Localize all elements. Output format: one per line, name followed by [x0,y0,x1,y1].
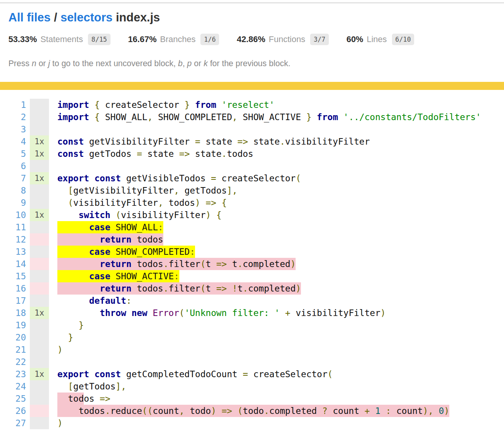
metric-label: Functions [269,34,305,44]
line-number[interactable]: 14 [0,258,30,270]
line-number[interactable]: 7 [0,172,30,184]
execution-count [30,221,49,233]
coverage-status-bar [0,82,504,90]
code-text: case SHOW_COMPLETED: [49,246,504,258]
code-line: 24 [getTodos], [0,380,504,393]
execution-count: 1x [30,135,49,148]
execution-count [30,319,49,331]
breadcrumb-link-all-files[interactable]: All files [8,11,50,24]
percent-value: 42.86% [237,34,265,44]
line-number[interactable]: 22 [0,356,30,368]
code-text: } [49,331,504,344]
line-number[interactable]: 11 [0,221,30,233]
code-text: switch (visibilityFilter) { [49,209,504,221]
execution-count [30,99,49,111]
code-line: 21) [0,344,504,356]
code-line: 14 return todos.filter(t => t.completed) [0,258,504,270]
line-number[interactable]: 20 [0,331,30,344]
line-number[interactable]: 21 [0,344,30,356]
code-text [49,356,504,368]
percent-value: 53.33% [8,34,37,44]
line-number[interactable]: 13 [0,246,30,258]
line-number[interactable]: 6 [0,160,30,172]
code-line: 8 [getVisibilityFilter, getTodos], [0,184,504,197]
line-number[interactable]: 12 [0,233,30,246]
line-number[interactable]: 17 [0,295,30,307]
execution-count [30,282,49,295]
metric-statements: 53.33%Statements8/15 [8,34,111,45]
code-text: } [49,319,504,331]
metric-lines: 60%Lines6/10 [346,34,415,45]
line-number[interactable]: 4 [0,135,30,148]
line-number[interactable]: 23 [0,368,30,380]
line-number[interactable]: 19 [0,319,30,331]
code-line: 20 } [0,331,504,344]
execution-count [30,331,49,344]
metric-functions: 42.86%Functions3/7 [237,34,329,45]
code-line: 181x throw new Error('Unknown filter: ' … [0,307,504,319]
code-line: 71xexport const getVisibleTodos = create… [0,172,504,184]
top-divider [0,3,504,3]
code-text: todos.reduce((count, todo) => (todo.comp… [49,405,504,417]
breadcrumb-separator: / [54,11,57,24]
execution-count [30,184,49,197]
line-number[interactable]: 25 [0,393,30,405]
execution-count [30,344,49,356]
execution-count [30,160,49,172]
code-line: 12 return todos [0,233,504,246]
file-name: index.js [116,11,160,24]
line-number[interactable]: 1 [0,99,30,111]
line-number[interactable]: 10 [0,209,30,221]
line-number[interactable]: 18 [0,307,30,319]
code-text: default: [49,295,504,307]
code-line: 2import { SHOW_ALL, SHOW_COMPLETED, SHOW… [0,111,504,123]
line-number[interactable]: 5 [0,148,30,160]
fraction-badge: 8/15 [88,34,111,45]
line-number[interactable]: 9 [0,197,30,209]
code-line: 41xconst getVisibilityFilter = state => … [0,135,504,148]
execution-count [30,123,49,135]
code-line: 1import { createSelector } from 'reselec… [0,99,504,111]
code-line: 16 return todos.filter(t => !t.completed… [0,282,504,295]
line-number[interactable]: 2 [0,111,30,123]
execution-count [30,270,49,282]
fraction-badge: 1/6 [200,34,219,45]
execution-count [30,380,49,393]
code-text [49,123,504,135]
code-line: 231xexport const getCompletedTodoCount =… [0,368,504,380]
code-line: 22 [0,356,504,368]
line-number[interactable]: 3 [0,123,30,135]
code-text: ) [49,344,504,356]
fraction-badge: 6/10 [392,34,415,45]
metric-label: Lines [367,34,387,44]
line-number[interactable]: 15 [0,270,30,282]
percent-value: 16.67% [128,34,157,44]
line-number[interactable]: 26 [0,405,30,417]
code-line: 101x switch (visibilityFilter) { [0,209,504,221]
line-number[interactable]: 24 [0,380,30,393]
code-text: return todos.filter(t => t.completed) [49,258,504,270]
execution-count: 1x [30,368,49,380]
code-line: 19 } [0,319,504,331]
code-text [49,160,504,172]
code-text: const getTodos = state => state.todos [49,148,504,160]
metric-branches: 16.67%Branches1/6 [128,34,219,45]
breadcrumb-link-selectors[interactable]: selectors [60,11,112,24]
execution-count [30,111,49,123]
code-text: todos => [49,393,504,405]
code-line: 25 todos => [0,393,504,405]
execution-count [30,417,49,429]
code-line: 9 (visibilityFilter, todos) => { [0,197,504,209]
coverage-metrics: 53.33%Statements8/1516.67%Branches1/642.… [8,34,504,45]
code-text: case SHOW_ALL: [49,221,504,233]
code-text: export const getCompletedTodoCount = cre… [49,368,504,380]
code-text: import { createSelector } from 'reselect… [49,99,504,111]
metric-label: Branches [160,34,195,44]
execution-count: 1x [30,172,49,184]
code-line: 11 case SHOW_ALL: [0,221,504,233]
line-number[interactable]: 16 [0,282,30,295]
code-line: 26 todos.reduce((count, todo) => (todo.c… [0,405,504,417]
line-number[interactable]: 8 [0,184,30,197]
breadcrumb: All files / selectors index.js [8,11,504,24]
line-number[interactable]: 27 [0,417,30,429]
